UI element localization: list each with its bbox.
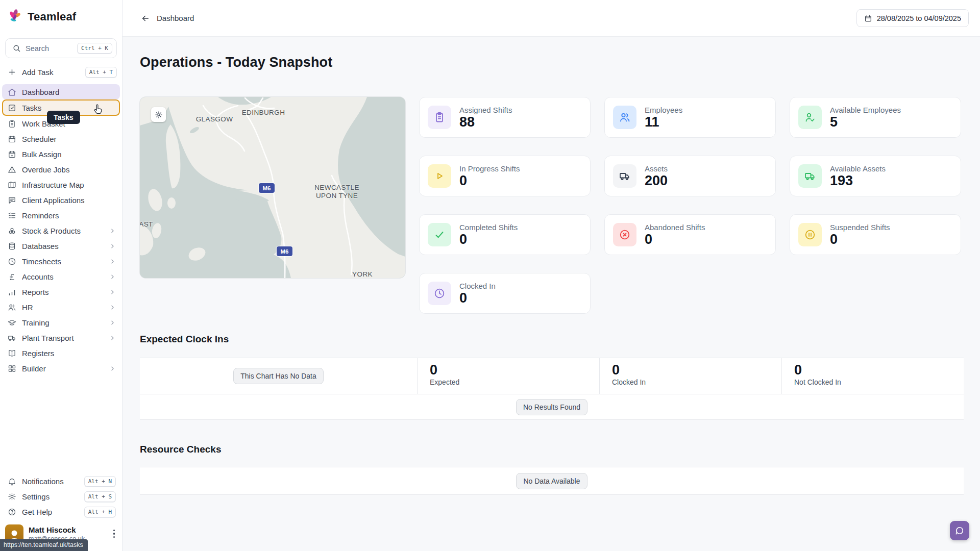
chat-button[interactable]: [950, 521, 969, 540]
map-settings-button[interactable]: [151, 107, 166, 122]
pound-icon: [7, 272, 16, 281]
calendar-icon: [864, 14, 872, 22]
help-circle-icon: [7, 507, 16, 516]
check-icon: [428, 223, 451, 246]
pause-circle-icon: [798, 223, 822, 246]
status-bar-url: https://ten.teamleaf.uk/tasks: [0, 539, 88, 551]
notifications-shortcut-badge: Alt + N: [84, 476, 116, 487]
stat-card-in-progress-shifts: In Progress Shifts 0: [419, 156, 591, 196]
sidebar-item-reminders[interactable]: Reminders: [2, 208, 120, 223]
operations-map[interactable]: GLASGOW EDINBURGH NEWCASTLE UPON TYNE YO…: [140, 97, 405, 278]
app-logo[interactable]: Teamleaf: [0, 0, 122, 34]
m6-road-badge: M6: [259, 183, 275, 193]
search-input[interactable]: Search Ctrl + K: [5, 38, 117, 58]
top-bar: Dashboard 28/08/2025 to 04/09/2025: [122, 0, 980, 37]
sidebar-item-reports[interactable]: Reports: [2, 284, 120, 299]
clock-ins-not-clocked-in-cell: 0 Not Clocked In: [781, 358, 964, 394]
resource-checks-panel: No Data Available: [140, 467, 964, 495]
chart-no-data-badge: This Chart Has No Data: [233, 368, 324, 384]
page-title: Operations - Today Snapshot: [140, 55, 964, 70]
mouse-cursor: [93, 104, 104, 115]
truck-icon: [798, 164, 822, 188]
dashboard-content: Operations - Today Snapshot: [122, 37, 980, 495]
sidebar-item-timesheets[interactable]: Timesheets: [2, 254, 120, 269]
sidebar-item-client-applications[interactable]: Client Applications: [2, 192, 120, 208]
user-name: Matt Hiscock: [29, 525, 106, 534]
sidebar: Teamleaf Search Ctrl + K Add Task Alt + …: [0, 0, 122, 551]
no-results-badge: No Results Found: [516, 399, 587, 415]
people-icon: [7, 303, 16, 312]
search-placeholder: Search: [26, 44, 72, 53]
add-task-label: Add Task: [22, 68, 80, 77]
map-label-york: YORK: [352, 270, 373, 278]
truck-icon: [7, 333, 16, 342]
users-icon: [613, 106, 636, 129]
chat-bubble-icon: [954, 525, 965, 536]
clock-ins-chart-cell: This Chart Has No Data: [140, 358, 417, 394]
chevron-right-icon: [109, 365, 116, 372]
stat-card-completed-shifts: Completed Shifts 0: [419, 214, 591, 255]
home-icon: [7, 87, 16, 96]
add-task-button[interactable]: Add Task Alt + T: [5, 64, 117, 80]
user-menu-dots-icon[interactable]: [111, 528, 117, 540]
clock-ins-expected-cell: 0 Expected: [417, 358, 599, 394]
sidebar-item-infrastructure-map[interactable]: Infrastructure Map: [2, 177, 120, 192]
stat-card-abandoned-shifts: Abandoned Shifts 0: [604, 214, 776, 255]
truck-icon: [613, 164, 636, 188]
stat-card-available-employees: Available Employees 5: [790, 97, 961, 138]
list-checks-icon: [7, 211, 16, 220]
map-label-newcastle: NEWCASTLE UPON TYNE: [314, 184, 359, 200]
play-icon: [428, 164, 451, 188]
sidebar-item-stock-products[interactable]: Stock & Products: [2, 223, 120, 238]
task-check-square-icon: [7, 103, 16, 112]
map-label-belfast-partial: AST: [140, 220, 153, 229]
gear-icon: [7, 492, 16, 501]
teamleaf-leaf-icon: [7, 9, 23, 25]
calendar-icon: [7, 134, 16, 143]
main-area: Dashboard 28/08/2025 to 04/09/2025 Opera…: [122, 0, 980, 551]
chevron-right-icon: [109, 228, 116, 234]
app-root: Teamleaf Search Ctrl + K Add Task Alt + …: [0, 0, 980, 551]
sidebar-item-scheduler[interactable]: Scheduler: [2, 131, 120, 146]
chevron-right-icon: [109, 304, 116, 311]
back-button[interactable]: Dashboard: [141, 14, 194, 23]
stat-card-assets: Assets 200: [604, 156, 776, 196]
chevron-right-icon: [109, 319, 116, 326]
chevron-right-icon: [109, 273, 116, 280]
resource-checks-title: Resource Checks: [140, 444, 964, 455]
sidebar-item-plant-transport[interactable]: Plant Transport: [2, 330, 120, 345]
sidebar-item-registers[interactable]: Registers: [2, 345, 120, 361]
m6-road-badge: M6: [277, 246, 292, 256]
date-range-label: 28/08/2025 to 04/09/2025: [877, 14, 961, 22]
message-square-icon: [7, 195, 16, 205]
hexagons-icon: [7, 226, 16, 235]
get-help-button[interactable]: Get Help Alt + H: [2, 504, 120, 519]
sidebar-item-training[interactable]: Training: [2, 315, 120, 330]
clipboard-list-icon: [7, 119, 16, 128]
date-range-button[interactable]: 28/08/2025 to 04/09/2025: [856, 9, 969, 27]
stat-card-suspended-shifts: Suspended Shifts 0: [790, 214, 961, 255]
sidebar-item-databases[interactable]: Databases: [2, 238, 120, 254]
chevron-right-icon: [109, 335, 116, 341]
map-label-glasgow: GLASGOW: [196, 115, 233, 123]
settings-shortcut-badge: Alt + S: [84, 491, 116, 502]
alert-triangle-icon: [7, 165, 16, 174]
sidebar-item-accounts[interactable]: Accounts: [2, 269, 120, 284]
layout-grid-icon: [7, 364, 16, 373]
clock-ins-results-row: No Results Found: [140, 394, 964, 419]
get-help-shortcut-badge: Alt + H: [84, 507, 116, 517]
sidebar-item-hr[interactable]: HR: [2, 299, 120, 315]
sidebar-item-dashboard[interactable]: Dashboard: [2, 84, 120, 99]
clipboard-icon: [428, 106, 451, 129]
settings-button[interactable]: Settings Alt + S: [2, 489, 120, 504]
chevron-right-icon: [109, 258, 116, 265]
map-label-edinburgh: EDINBURGH: [242, 109, 285, 117]
sidebar-item-overdue-jobs[interactable]: Overdue Jobs: [2, 162, 120, 177]
sidebar-item-builder[interactable]: Builder: [2, 361, 120, 376]
tasks-tooltip: Tasks: [47, 111, 80, 124]
notifications-button[interactable]: Notifications Alt + N: [2, 473, 120, 489]
stat-card-assigned-shifts: Assigned Shifts 88: [419, 97, 591, 138]
expected-clock-ins-title: Expected Clock Ins: [140, 334, 964, 345]
clock-ins-clocked-in-cell: 0 Clocked In: [599, 358, 781, 394]
sidebar-item-bulk-assign[interactable]: Bulk Assign: [2, 146, 120, 162]
